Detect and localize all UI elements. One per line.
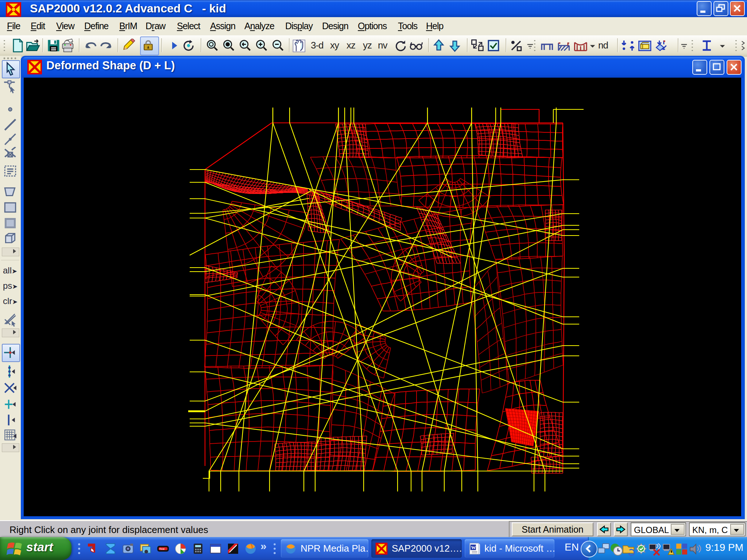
svg-text:Real: Real bbox=[159, 548, 165, 550]
svg-text:W: W bbox=[471, 545, 476, 550]
